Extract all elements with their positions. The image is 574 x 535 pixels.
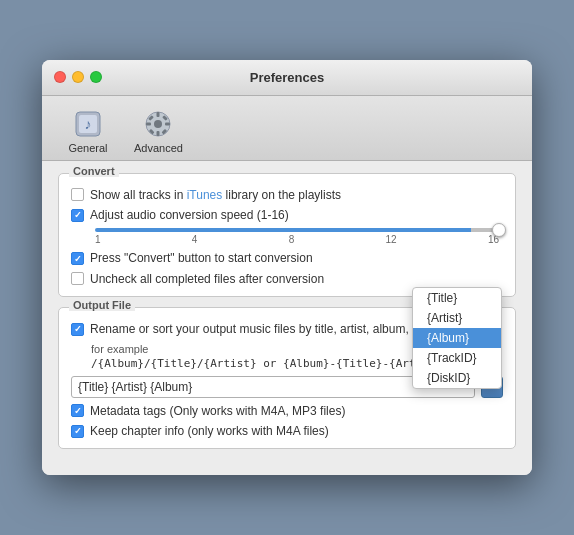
traffic-lights: [54, 71, 102, 83]
speed-slider[interactable]: [95, 228, 499, 232]
press-convert-row: Press "Convert" button to start conversi…: [71, 251, 503, 265]
slider-ticks: 1 4 8 12 16: [91, 234, 503, 245]
dropdown-item-title[interactable]: {Title}: [413, 288, 501, 308]
advanced-icon: [142, 108, 174, 140]
dropdown-menu: {Title} {Artist} {Album} {TrackID} {Disk…: [412, 287, 502, 389]
slider-container: [91, 228, 503, 232]
slider-section: 1 4 8 12 16: [91, 228, 503, 245]
output-section-wrapper: Output File Rename or sort your output m…: [58, 307, 516, 449]
slider-thumb[interactable]: [492, 223, 506, 237]
convert-section: Convert Show all tracks in iTunes librar…: [58, 173, 516, 298]
minimize-button[interactable]: [72, 71, 84, 83]
convert-section-content: Show all tracks in iTunes library on the…: [71, 188, 503, 287]
tick-8: 8: [289, 234, 295, 245]
tab-advanced-label: Advanced: [134, 142, 183, 154]
preferences-window: Preferences ♪ General: [42, 60, 532, 476]
dropdown-item-artist[interactable]: {Artist}: [413, 308, 501, 328]
adjust-speed-label: Adjust audio conversion speed (1-16): [90, 208, 289, 222]
maximize-button[interactable]: [90, 71, 102, 83]
tick-4: 4: [192, 234, 198, 245]
chapter-info-row: Keep chapter info (only works with M4A f…: [71, 424, 503, 438]
svg-rect-6: [157, 131, 160, 136]
window-title: Preferences: [250, 70, 324, 85]
adjust-speed-checkbox[interactable]: [71, 209, 84, 222]
rename-checkbox[interactable]: [71, 323, 84, 336]
svg-text:♪: ♪: [85, 116, 92, 132]
chapter-info-checkbox[interactable]: [71, 425, 84, 438]
dropdown-item-diskid[interactable]: {DiskID}: [413, 368, 501, 388]
adjust-speed-row: Adjust audio conversion speed (1-16): [71, 208, 503, 222]
output-file-label: Output File: [69, 299, 135, 311]
close-button[interactable]: [54, 71, 66, 83]
rename-label: Rename or sort your output music files b…: [90, 322, 431, 336]
tab-general-label: General: [68, 142, 107, 154]
metadata-tags-row: Metadata tags (Only works with M4A, MP3 …: [71, 404, 503, 418]
metadata-tags-label: Metadata tags (Only works with M4A, MP3 …: [90, 404, 345, 418]
toolbar: ♪ General Advanced: [42, 96, 532, 161]
press-convert-label: Press "Convert" button to start conversi…: [90, 251, 313, 265]
svg-rect-8: [165, 122, 170, 125]
title-bar: Preferences: [42, 60, 532, 96]
content-area: Convert Show all tracks in iTunes librar…: [42, 161, 532, 476]
uncheck-completed-row: Uncheck all completed files after conver…: [71, 272, 503, 286]
tab-advanced[interactable]: Advanced: [126, 104, 191, 160]
show-tracks-checkbox[interactable]: [71, 188, 84, 201]
show-tracks-row: Show all tracks in iTunes library on the…: [71, 188, 503, 202]
svg-rect-7: [146, 122, 151, 125]
uncheck-completed-checkbox[interactable]: [71, 272, 84, 285]
svg-rect-5: [157, 112, 160, 117]
chapter-info-label: Keep chapter info (only works with M4A f…: [90, 424, 329, 438]
dropdown-item-trackid[interactable]: {TrackID}: [413, 348, 501, 368]
press-convert-checkbox[interactable]: [71, 252, 84, 265]
dropdown-item-album[interactable]: {Album}: [413, 328, 501, 348]
tick-12: 12: [385, 234, 396, 245]
convert-section-label: Convert: [69, 165, 119, 177]
tick-1: 1: [95, 234, 101, 245]
uncheck-completed-label: Uncheck all completed files after conver…: [90, 272, 324, 286]
metadata-tags-checkbox[interactable]: [71, 404, 84, 417]
show-tracks-label: Show all tracks in iTunes library on the…: [90, 188, 341, 202]
svg-point-4: [154, 120, 162, 128]
general-icon: ♪: [72, 108, 104, 140]
tab-general[interactable]: ♪ General: [58, 104, 118, 160]
